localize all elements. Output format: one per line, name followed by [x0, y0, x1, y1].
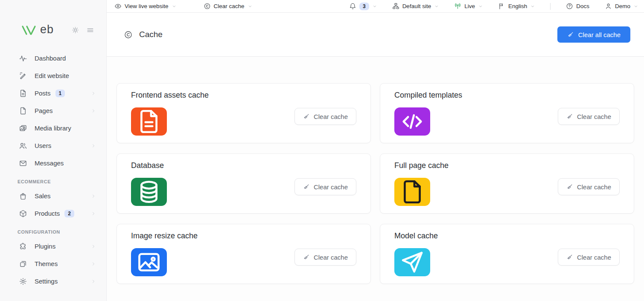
topbar-divider [550, 3, 551, 10]
eye-icon [114, 3, 122, 10]
count-badge: 1 [55, 90, 65, 97]
magic-wand-icon [19, 72, 27, 80]
sidebar-item-label: Dashboard [35, 55, 66, 62]
clear-cache-button[interactable]: Clear cache [294, 249, 356, 266]
card-title: Frontend assets cache [131, 91, 356, 100]
docs-link[interactable]: Docs [566, 3, 589, 10]
bell-icon [349, 3, 356, 10]
language-menu[interactable]: English [498, 3, 535, 10]
broom-icon [566, 183, 573, 190]
topbar: View live website Clear cache 3 [107, 0, 644, 13]
sidebar-nav: Dashboard Edit website Posts 1 Pages Med… [0, 49, 106, 290]
chevron-down-icon [530, 4, 535, 9]
broom-icon [567, 31, 574, 38]
sidebar-item-messages[interactable]: Messages [0, 154, 106, 172]
sidebar-item-pages[interactable]: Pages [0, 102, 106, 119]
chevron-right-icon [91, 211, 96, 216]
flag-icon [498, 3, 505, 10]
chevron-down-icon [434, 4, 439, 9]
language-label: English [508, 3, 527, 9]
image-icon [131, 248, 167, 276]
clear-cache-button[interactable]: Clear cache [558, 249, 620, 266]
clear-cache-label: Clear cache [314, 183, 348, 191]
logo-text: eb [40, 24, 54, 36]
cache-cards-grid: Frontend assets cache Clear cache Compil… [117, 83, 634, 284]
clear-cache-button[interactable]: Clear cache [558, 178, 620, 195]
docs-label: Docs [576, 3, 589, 9]
section-label-configuration: CONFIGURATION [0, 229, 106, 234]
view-live-website-label: View live website [125, 3, 169, 9]
clear-all-cache-label: Clear all cache [578, 31, 621, 38]
sidebar-item-label: Sales [35, 192, 51, 200]
cache-icon [124, 30, 133, 39]
sidebar-item-settings[interactable]: Settings [0, 272, 106, 290]
sidebar-item-sales[interactable]: Sales [0, 187, 106, 205]
user-menu[interactable]: Demo [605, 3, 638, 10]
card-database: Database Clear cache [117, 153, 371, 214]
main-area: View live website Clear cache 3 [107, 0, 644, 301]
file-text-icon [131, 107, 167, 136]
sidebar-item-label: Themes [35, 260, 58, 267]
count-badge: 2 [64, 210, 74, 217]
broom-icon [303, 254, 310, 260]
theme-toggle-sun-icon[interactable] [71, 26, 79, 34]
sidebar-item-dashboard[interactable]: Dashboard [0, 49, 106, 67]
user-icon [605, 3, 612, 10]
card-model-cache: Model cache Clear cache [380, 224, 634, 284]
puzzle-icon [19, 242, 27, 251]
chevron-right-icon [91, 91, 96, 96]
notifications-count-badge: 3 [359, 3, 369, 10]
clear-cache-menu[interactable]: Clear cache [204, 3, 252, 10]
clear-cache-button[interactable]: Clear cache [558, 108, 620, 125]
card-compiled-templates: Compiled templates Clear cache [380, 83, 634, 143]
sidebar-item-edit-website[interactable]: Edit website [0, 67, 106, 84]
environment-menu[interactable]: Live [454, 3, 483, 10]
app-logo[interactable]: eb [21, 24, 71, 36]
sidebar-item-label: Users [35, 142, 51, 149]
clear-cache-button[interactable]: Clear cache [294, 178, 356, 195]
card-title: Full page cache [394, 161, 620, 170]
collapse-menu-icon[interactable] [86, 26, 94, 34]
clear-cache-label: Clear cache [577, 183, 611, 191]
box-icon [19, 209, 27, 218]
environment-label: Live [464, 3, 475, 9]
app-window: eb Dashboard Edit website Posts 1 [0, 0, 644, 301]
page-title: Cache [139, 30, 163, 39]
sidebar-item-label: Messages [35, 159, 64, 167]
file-text-icon [19, 89, 27, 98]
sidebar-item-label: Media library [35, 124, 71, 132]
chevron-right-icon [91, 194, 96, 199]
broom-icon [566, 113, 573, 120]
chevron-down-icon [634, 4, 638, 9]
chevron-down-icon [248, 4, 252, 9]
site-selector-label: Default site [402, 3, 431, 9]
section-label-ecommerce: ECOMMERCE [0, 179, 106, 184]
cache-icon [204, 3, 211, 10]
chevron-right-icon [91, 244, 96, 249]
sidebar-item-plugins[interactable]: Plugins [0, 237, 106, 255]
chevron-down-icon [172, 4, 176, 9]
copy-layers-icon [19, 260, 27, 268]
file-icon [394, 178, 430, 206]
code-icon [394, 107, 430, 136]
sidebar-item-media-library[interactable]: Media library [0, 119, 106, 137]
card-frontend-assets-cache: Frontend assets cache Clear cache [117, 83, 371, 143]
sidebar: eb Dashboard Edit website Posts 1 [0, 0, 107, 301]
card-image-resize-cache: Image resize cache Clear cache [117, 224, 371, 284]
file-icon [19, 107, 27, 115]
sidebar-item-label: Plugins [35, 243, 55, 250]
site-selector-menu[interactable]: Default site [392, 3, 439, 10]
chevron-right-icon [91, 143, 96, 148]
content-area: Frontend assets cache Clear cache Compil… [107, 57, 644, 301]
sidebar-item-products[interactable]: Products 2 [0, 205, 106, 222]
broadcast-live-icon [454, 3, 461, 10]
clear-all-cache-button[interactable]: Clear all cache [557, 26, 630, 43]
sidebar-item-users[interactable]: Users [0, 137, 106, 154]
sidebar-item-themes[interactable]: Themes [0, 255, 106, 272]
sidebar-item-label: Posts [35, 90, 51, 97]
sidebar-item-posts[interactable]: Posts 1 [0, 84, 106, 102]
clear-cache-button[interactable]: Clear cache [294, 108, 356, 125]
notifications-menu[interactable]: 3 [349, 3, 377, 10]
view-live-website-menu[interactable]: View live website [114, 3, 176, 10]
sidebar-item-label: Settings [35, 278, 58, 285]
